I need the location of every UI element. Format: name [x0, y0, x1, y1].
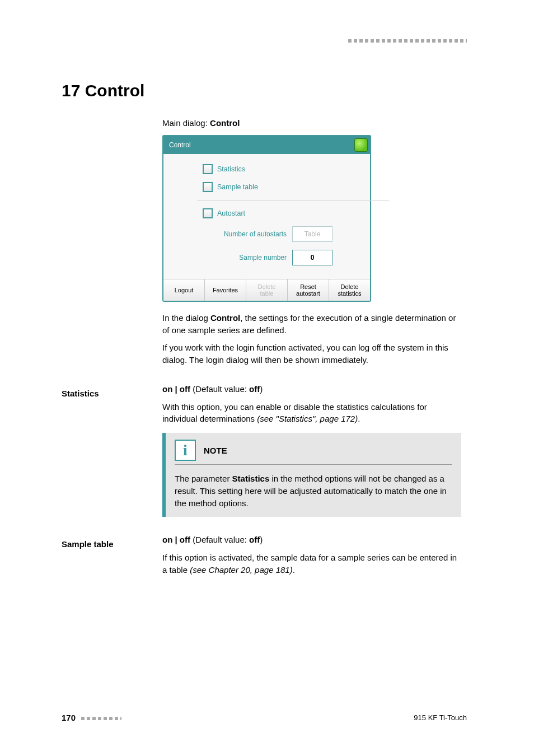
delete-table-button[interactable]: Deletetable	[246, 279, 288, 301]
mock-separator	[197, 200, 389, 200]
info-icon: i	[175, 440, 196, 461]
page-number: 170	[62, 713, 76, 722]
autostart-checkbox-label: Autostart	[217, 209, 245, 217]
paragraph: In the dialog Control, the settings for …	[162, 312, 461, 337]
mock-titlebar: Control	[163, 136, 370, 154]
default-bold: off	[249, 384, 260, 394]
note-body: The parameter Statistics in the method o…	[175, 473, 452, 509]
page-footer: 170 915 KF Ti-Touch	[62, 713, 467, 722]
mock-checkbox-row: Sample table	[203, 182, 360, 192]
statistics-checkbox[interactable]	[203, 164, 213, 174]
default-suffix: )	[260, 384, 263, 394]
onoff-prefix: on | off	[162, 535, 190, 544]
mock-field-row: Sample number 0	[203, 250, 360, 265]
main-dialog-bold: Control	[210, 118, 240, 128]
default-bold: off	[249, 535, 260, 544]
mock-checkbox-row: Statistics	[203, 164, 360, 174]
mock-field-row: Number of autostarts Table	[203, 226, 360, 242]
footer-left: 170	[62, 713, 121, 722]
stats-body-ref: (see "Statistics", page 172)	[257, 414, 358, 423]
autostart-checkbox[interactable]	[203, 208, 213, 218]
sample-number-label: Sample number	[214, 254, 292, 262]
footer-ornament	[81, 717, 121, 720]
mock-body: Statistics Sample table Autostart Number…	[163, 154, 370, 279]
header-ornament	[348, 39, 467, 43]
main-dialog-line: Main dialog: Control	[162, 117, 461, 129]
num-autostarts-field[interactable]: Table	[292, 226, 332, 242]
sample-number-field[interactable]: 0	[292, 250, 332, 265]
sample-table-checkbox[interactable]	[203, 182, 213, 192]
main-dialog-prefix: Main dialog:	[162, 118, 210, 128]
mock-title: Control	[169, 141, 191, 149]
paragraph: If you work with the login function acti…	[162, 342, 461, 366]
sample-table-heading: Sample table	[62, 539, 157, 549]
sample-table-onoff: on | off (Default value: off)	[162, 534, 461, 546]
mock-footer: Logout Favorites Deletetable Resetautost…	[163, 279, 370, 301]
home-icon[interactable]	[354, 138, 368, 152]
reset-autostart-button[interactable]: Resetautostart	[288, 279, 329, 301]
chapter-title: 17 Control	[62, 81, 467, 100]
st-body-post: .	[293, 565, 295, 575]
stats-body-post: .	[358, 414, 360, 423]
logout-button[interactable]: Logout	[163, 279, 205, 301]
onoff-prefix: on | off	[162, 384, 190, 394]
num-autostarts-label: Number of autostarts	[214, 230, 292, 238]
info-icon-glyph: i	[183, 442, 188, 458]
note-title: NOTE	[204, 446, 227, 455]
para1-bold: Control	[210, 313, 240, 323]
footer-product: 915 KF Ti-Touch	[414, 713, 467, 722]
favorites-button[interactable]: Favorites	[205, 279, 246, 301]
note-head: i NOTE	[175, 440, 452, 465]
statistics-heading: Statistics	[62, 389, 157, 398]
sample-table-checkbox-label: Sample table	[217, 183, 258, 191]
document-page: 17 Control Main dialog: Control Control …	[0, 0, 534, 756]
default-prefix: (Default value:	[190, 535, 249, 544]
para1-pre: In the dialog	[162, 313, 210, 323]
statistics-onoff: on | off (Default value: off)	[162, 383, 461, 395]
mock-checkbox-row: Autostart	[203, 208, 360, 218]
control-dialog-mock: Control Statistics Sample table Autostar…	[162, 135, 371, 302]
note-body-bold: Statistics	[232, 474, 270, 483]
default-suffix: )	[260, 535, 263, 544]
st-body-ref: (see Chapter 20, page 181)	[190, 565, 292, 575]
delete-statistics-button[interactable]: Deletestatistics	[329, 279, 370, 301]
note-box: i NOTE The parameter Statistics in the m…	[162, 433, 461, 517]
statistics-body: With this option, you can enable or disa…	[162, 401, 461, 426]
default-prefix: (Default value:	[190, 384, 249, 394]
sample-table-body: If this option is activated, the sample …	[162, 552, 461, 576]
note-body-pre: The parameter	[175, 474, 232, 483]
statistics-checkbox-label: Statistics	[217, 165, 245, 173]
